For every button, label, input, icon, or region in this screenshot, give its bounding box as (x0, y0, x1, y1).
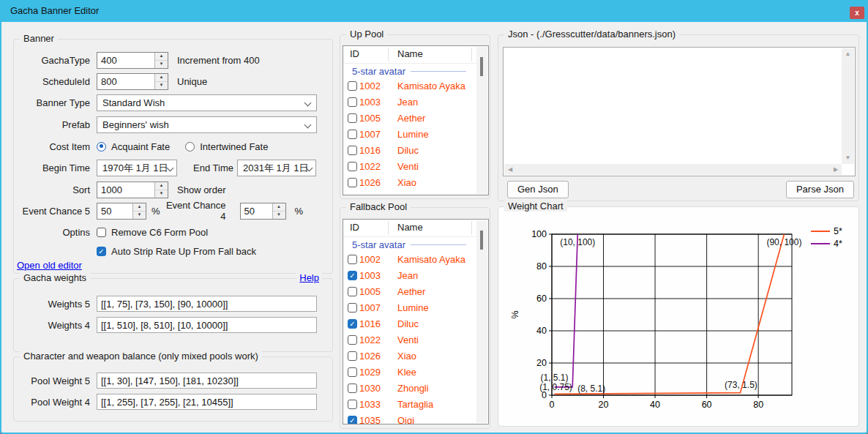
open-old-editor-link[interactable]: Open old editor (17, 260, 82, 271)
pool-weight4-input[interactable] (97, 394, 317, 410)
remove-c6-label: Remove C6 Form Pool (111, 227, 208, 238)
row-checkbox[interactable]: ✓ (348, 287, 357, 296)
gen-json-button[interactable]: Gen Json (507, 181, 569, 198)
scrollbar-track[interactable] (476, 47, 487, 194)
column-header-id[interactable]: ID (350, 48, 359, 59)
scrollbar-thumb[interactable] (480, 57, 483, 76)
sort-spin-buttons[interactable]: ▲▼ (154, 182, 168, 198)
spin-down-icon[interactable]: ▼ (155, 82, 168, 89)
pool-row[interactable]: ✓1002Kamisato Ayaka (343, 78, 488, 94)
event-chance-5-value[interactable]: 50 (97, 203, 132, 219)
banner-type-select[interactable]: Standard Wish (97, 94, 317, 111)
row-checkbox[interactable]: ✓ (348, 351, 357, 361)
pool-row[interactable]: ✓1003Jean (343, 94, 488, 111)
close-button[interactable]: x (850, 7, 864, 19)
pool-row[interactable]: ✓1016Diluc (343, 143, 488, 159)
pool-row[interactable]: ✓1005Aether (343, 284, 488, 300)
horizontal-scrollbar[interactable]: ◀ ▶ (504, 164, 842, 175)
row-checkbox[interactable]: ✓ (348, 271, 357, 280)
pool-row[interactable]: ✓1022Venti (343, 159, 488, 175)
spin-up-icon[interactable]: ▲ (273, 203, 285, 212)
row-checkbox[interactable]: ✓ (348, 319, 357, 329)
row-checkbox[interactable]: ✓ (348, 146, 357, 155)
row-checkbox[interactable]: ✓ (348, 303, 357, 313)
intertwined-fate-radio[interactable] (185, 142, 195, 151)
pool-row[interactable]: ✓1016Diluc (343, 316, 488, 332)
row-checkbox[interactable]: ✓ (348, 416, 357, 424)
gachatype-value[interactable]: 400 (97, 53, 154, 68)
spin-up-icon[interactable]: ▲ (155, 182, 168, 190)
begin-time-picker[interactable]: 1970年 1月 1日 (97, 160, 177, 176)
pool-row[interactable]: ✓1002Kamisato Ayaka (343, 252, 488, 268)
scroll-right-icon[interactable]: ▶ (830, 164, 842, 175)
pool-row[interactable]: ✓1005Aether (343, 111, 488, 127)
scroll-up-icon[interactable]: ▲ (842, 48, 854, 60)
row-checkbox[interactable]: ✓ (348, 97, 357, 107)
scrollbar-thumb[interactable] (480, 231, 483, 250)
end-time-value: 2031年 1月 1日 (243, 162, 309, 173)
spin-down-icon[interactable]: ▼ (155, 61, 168, 68)
row-checkbox[interactable]: ✓ (348, 178, 357, 187)
column-header-name[interactable]: Name (397, 222, 423, 233)
end-time-picker[interactable]: 2031年 1月 1日 (237, 160, 316, 176)
fallback-pool-list[interactable]: ID Name 5-star avatar ✓1002Kamisato Ayak… (343, 219, 489, 424)
row-checkbox[interactable]: ✓ (348, 113, 357, 123)
row-checkbox[interactable]: ✓ (348, 255, 357, 264)
auto-strip-checkbox[interactable]: ✓ (97, 247, 106, 256)
spin-up-icon[interactable]: ▲ (155, 74, 168, 82)
spin-up-icon[interactable]: ▲ (155, 53, 168, 61)
pool-item-name: Xiao (397, 177, 416, 188)
event-chance-4-value[interactable]: 50 (241, 203, 272, 219)
weights4-input[interactable] (97, 317, 317, 333)
pool-weight5-input[interactable] (97, 373, 317, 389)
row-checkbox[interactable]: ✓ (348, 384, 357, 393)
row-checkbox[interactable]: ✓ (348, 367, 357, 377)
gachatype-stepper[interactable]: 400 ▲▼ (97, 52, 168, 69)
event-chance-5-stepper[interactable]: 50 ▲▼ (97, 203, 146, 220)
chart-annotation: (1, 5.1) (541, 373, 569, 383)
scheduleid-stepper[interactable]: 800 ▲▼ (97, 73, 168, 90)
pool-row[interactable]: ✓1003Jean (343, 268, 488, 284)
gachatype-spin-buttons[interactable]: ▲▼ (154, 53, 168, 68)
pool-row[interactable]: ✓1035Qiqi (343, 413, 488, 424)
sort-stepper[interactable]: 1000 ▲▼ (97, 182, 168, 198)
pool-row[interactable]: ✓1030Zhongli (343, 381, 488, 397)
pool-row[interactable]: ✓1029Klee (343, 364, 488, 381)
spin-buttons[interactable]: ▲▼ (132, 203, 146, 219)
spin-buttons[interactable]: ▲▼ (272, 203, 285, 219)
help-link[interactable]: Help (296, 272, 322, 283)
row-checkbox[interactable]: ✓ (348, 81, 357, 91)
row-checkbox[interactable]: ✓ (348, 400, 357, 409)
row-checkbox[interactable]: ✓ (348, 335, 357, 345)
pool-list-header: ID Name (343, 46, 488, 64)
acquaint-fate-radio[interactable] (97, 142, 106, 151)
weights5-input[interactable] (97, 296, 317, 312)
event-chance-4-stepper[interactable]: 50 ▲▼ (240, 203, 286, 220)
prefab-select[interactable]: Beginners' wish (97, 116, 317, 133)
pool-row[interactable]: ✓1033Tartaglia (343, 397, 488, 413)
sort-value[interactable]: 1000 (97, 182, 154, 198)
row-checkbox[interactable]: ✓ (348, 130, 357, 139)
up-pool-list[interactable]: ID Name 5-star avatar ✓1002Kamisato Ayak… (343, 45, 489, 195)
scroll-left-icon[interactable]: ◀ (504, 164, 516, 175)
vertical-scrollbar[interactable]: ▲ ▼ (842, 48, 854, 164)
spin-down-icon[interactable]: ▼ (273, 212, 285, 219)
spin-down-icon[interactable]: ▼ (133, 212, 146, 219)
column-header-name[interactable]: Name (397, 48, 423, 59)
pool-row[interactable]: ✓1026Xiao (343, 175, 488, 191)
scheduleid-spin-buttons[interactable]: ▲▼ (154, 74, 168, 89)
spin-up-icon[interactable]: ▲ (133, 203, 146, 212)
scrollbar-track[interactable] (476, 220, 487, 423)
pool-row[interactable]: ✓1007Lumine (343, 127, 488, 143)
pool-row[interactable]: ✓1007Lumine (343, 300, 488, 316)
column-header-id[interactable]: ID (350, 222, 359, 233)
json-textarea[interactable]: ▲ ▼ ◀ ▶ (503, 47, 856, 176)
spin-down-icon[interactable]: ▼ (155, 190, 168, 198)
pool-row[interactable]: ✓1022Venti (343, 332, 488, 348)
scheduleid-value[interactable]: 800 (97, 74, 154, 89)
pool-row[interactable]: ✓1026Xiao (343, 348, 488, 364)
scroll-down-icon[interactable]: ▼ (842, 152, 854, 164)
parse-json-button[interactable]: Parse Json (786, 181, 854, 198)
remove-c6-checkbox[interactable]: ✓ (97, 228, 106, 237)
row-checkbox[interactable]: ✓ (348, 162, 357, 171)
